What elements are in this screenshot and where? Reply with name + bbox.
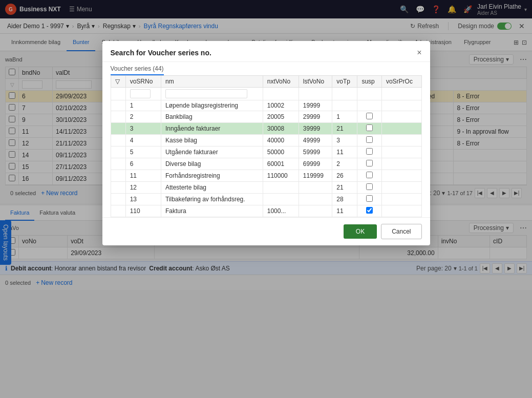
modal-cell-susp	[357, 111, 382, 123]
modal-cell-voSRNo: 1	[125, 100, 161, 111]
modal-cell-icon	[111, 123, 125, 135]
modal-filter-icon-col	[111, 88, 125, 100]
modal-col-lstVoNo: lstVoNo	[299, 76, 332, 88]
list-item[interactable]: 13 Tilbakeføring av forhåndsreg. 28	[111, 194, 421, 205]
modal-col-voSRNo: voSRNo	[125, 76, 161, 88]
modal-cell-voTp: 21	[332, 123, 357, 135]
modal-body: ▽ voSRNo nm nxtVoNo lstVoNo voTp susp vo…	[102, 75, 430, 217]
susp-checkbox[interactable]	[366, 124, 373, 131]
modal-cell-icon	[111, 111, 125, 123]
modal-cell-nm: Utgående fakturaer	[161, 146, 263, 158]
modal-filter-voTp	[332, 88, 357, 100]
modal-cell-nxtVoNo: 1000...	[263, 205, 299, 217]
modal-cell-susp	[357, 100, 382, 111]
modal-cell-nxtVoNo: 110000	[263, 170, 299, 182]
modal-cell-voTp: 3	[332, 135, 357, 146]
list-item[interactable]: 4 Kasse bilag 40000 49999 3	[111, 135, 421, 146]
list-item[interactable]: 2 Bankbilag 20005 29999 1	[111, 111, 421, 123]
modal-cell-voTp: 28	[332, 194, 357, 205]
modal-cell-nxtVoNo: 50000	[263, 146, 299, 158]
susp-checkbox[interactable]	[366, 183, 373, 190]
susp-checkbox[interactable]	[366, 148, 373, 155]
modal-cell-lstVoNo: 69999	[299, 158, 332, 170]
modal-cell-susp	[357, 158, 382, 170]
modal-cell-voSrPrOc	[381, 111, 421, 123]
modal-filter-susp	[357, 88, 382, 100]
modal-cell-voSrPrOc	[381, 135, 421, 146]
list-item[interactable]: 1 Løpende bilagsregistrering 10002 19999	[111, 100, 421, 111]
modal-cell-voSrPrOc	[381, 100, 421, 111]
modal-subtitle: Voucher series (44)	[111, 65, 164, 75]
modal-cell-nxtVoNo: 40000	[263, 135, 299, 146]
modal-cell-voSrPrOc	[381, 194, 421, 205]
modal-filter-lstVoNo	[299, 88, 332, 100]
modal-cell-icon	[111, 100, 125, 111]
susp-checkbox[interactable]	[366, 195, 373, 202]
modal-cell-voTp: 26	[332, 170, 357, 182]
susp-checkbox[interactable]	[366, 160, 373, 166]
modal-filter-voSrPrOc	[381, 88, 421, 100]
modal-cell-voTp: 11	[332, 205, 357, 217]
modal-cancel-button[interactable]: Cancel	[381, 224, 421, 239]
modal-cell-lstVoNo: 59999	[299, 146, 332, 158]
modal-cell-nm: Inngående fakturaer	[161, 123, 263, 135]
modal-cell-icon	[111, 205, 125, 217]
modal-cell-nm: Tilbakeføring av forhåndsreg.	[161, 194, 263, 205]
modal-filter-voSRNo[interactable]	[125, 88, 161, 100]
list-item[interactable]: 6 Diverse bilag 60001 69999 2	[111, 158, 421, 170]
modal-cell-voSRNo: 11	[125, 170, 161, 182]
list-item[interactable]: 12 Attesterte bilag 21	[111, 182, 421, 194]
modal-cell-voSrPrOc	[381, 146, 421, 158]
modal-cell-icon	[111, 170, 125, 182]
modal-cell-nm: Løpende bilagsregistrering	[161, 100, 263, 111]
modal-cell-lstVoNo	[299, 205, 332, 217]
list-item[interactable]: 5 Utgående fakturaer 50000 59999 11	[111, 146, 421, 158]
modal-col-filter-icon: ▽	[111, 76, 125, 88]
modal-cell-lstVoNo: 49999	[299, 135, 332, 146]
modal-col-voSrPrOc: voSrPrOc	[381, 76, 421, 88]
modal-cell-susp	[357, 194, 382, 205]
list-item[interactable]: 3 Inngående fakturaer 30008 39999 21	[111, 123, 421, 135]
modal-ok-button[interactable]: OK	[344, 224, 377, 239]
modal-title: Search for Voucher series no.	[111, 49, 211, 57]
modal-close-button[interactable]: ×	[417, 48, 421, 57]
modal-cell-susp	[357, 146, 382, 158]
susp-checkbox[interactable]	[366, 113, 373, 119]
susp-checkbox[interactable]	[366, 207, 373, 214]
modal-cell-susp	[357, 135, 382, 146]
modal-cell-nm: Attesterte bilag	[161, 182, 263, 194]
modal-cell-nm: Kasse bilag	[161, 135, 263, 146]
modal-col-nm: nm	[161, 76, 263, 88]
modal-cell-nxtVoNo	[263, 194, 299, 205]
modal-cell-lstVoNo: 29999	[299, 111, 332, 123]
modal-cell-icon	[111, 158, 125, 170]
modal-cell-voTp: 11	[332, 146, 357, 158]
modal-cell-nxtVoNo: 30008	[263, 123, 299, 135]
modal-cell-voSRNo: 2	[125, 111, 161, 123]
modal-col-susp: susp	[357, 76, 382, 88]
list-item[interactable]: 110 Faktura 1000... 11	[111, 205, 421, 217]
modal-cell-voTp: 2	[332, 158, 357, 170]
modal-cell-voSRNo: 5	[125, 146, 161, 158]
modal-cell-voSRNo: 4	[125, 135, 161, 146]
modal-cell-nm: Diverse bilag	[161, 158, 263, 170]
modal-filter-voSRNo-input[interactable]	[130, 89, 151, 98]
modal-cell-susp	[357, 182, 382, 194]
susp-checkbox[interactable]	[366, 136, 373, 143]
modal-filter-nm[interactable]	[161, 88, 263, 100]
modal-filter-nm-input[interactable]	[165, 89, 247, 98]
modal-filter-nxtVoNo	[263, 88, 299, 100]
list-item[interactable]: 11 Forhåndsregistreing 110000 119999 26	[111, 170, 421, 182]
modal-data-table: ▽ voSRNo nm nxtVoNo lstVoNo voTp susp vo…	[111, 75, 422, 217]
modal-cell-lstVoNo	[299, 194, 332, 205]
modal-cell-lstVoNo: 119999	[299, 170, 332, 182]
modal-overlay: Search for Voucher series no. × Voucher …	[0, 0, 532, 398]
modal-cell-voSRNo: 3	[125, 123, 161, 135]
susp-checkbox[interactable]	[366, 172, 373, 178]
modal-cell-susp	[357, 205, 382, 217]
modal-cell-lstVoNo: 39999	[299, 123, 332, 135]
modal-cell-susp	[357, 170, 382, 182]
modal-cell-voSrPrOc	[381, 170, 421, 182]
modal-cell-voSrPrOc	[381, 123, 421, 135]
modal-cell-nxtVoNo: 10002	[263, 100, 299, 111]
